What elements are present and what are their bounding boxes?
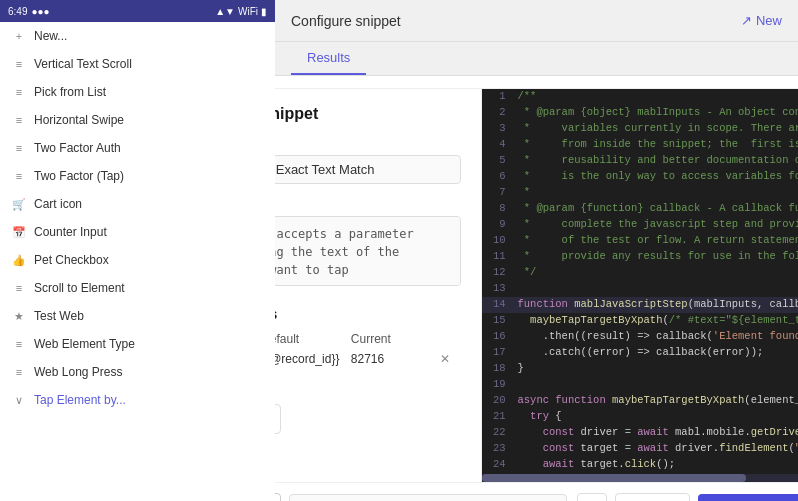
code-line-3: 3 * variables currently in scope. There …	[482, 121, 799, 137]
list-icon: ≡	[12, 141, 26, 155]
sidebar-item-twofactor2[interactable]: ≡ Two Factor (Tap)	[0, 162, 275, 190]
status-left: 6:49 ●●●	[8, 6, 50, 17]
sidebar-item-cart[interactable]: 🛒 Cart icon	[0, 190, 275, 218]
description-label: Description	[275, 198, 461, 212]
cart-icon: 🛒	[12, 197, 26, 211]
code-line-23: 23 const target = await driver.findEleme…	[482, 441, 799, 457]
list-icon: ≡	[12, 281, 26, 295]
battery-icon: ▮	[261, 6, 267, 17]
params-table: Name Default Current element_text {{@rec…	[275, 332, 461, 366]
description-group: Description This snippet accepts a param…	[275, 198, 461, 290]
snippet-modal: mabl Trainer Create new snippet Name Des…	[275, 76, 798, 501]
code-line-2: 2 * @param {object} mablInputs - An obje…	[482, 105, 799, 121]
results-tab-bar: Results	[275, 42, 798, 76]
cancel-button[interactable]: Cancel	[615, 493, 689, 502]
results-section: Results Run	[275, 493, 567, 502]
code-line-11: 11 * provide any results for use in the …	[482, 249, 799, 265]
modal-form: Create new snippet Name Description This…	[275, 89, 482, 482]
list-icon: ≡	[12, 337, 26, 351]
code-line-1: 1 /**	[482, 89, 799, 105]
code-line-14: 14 function mablJavaScriptStep(mablInput…	[482, 297, 799, 313]
run-button[interactable]: Run	[275, 493, 281, 502]
code-editor-panel: 1 /** 2 * @param {object} mablInputs - A…	[482, 89, 799, 482]
results-input[interactable]	[289, 494, 568, 501]
code-line-8: 8 * @param {function} callback - A callb…	[482, 201, 799, 217]
trainer-label: mabl Trainer	[275, 76, 299, 78]
sidebar-item-test[interactable]: ★ Test Web	[0, 302, 275, 330]
code-line-24: 24 await target.click();	[482, 457, 799, 473]
sidebar-item-pet[interactable]: 👍 Pet Checkbox	[0, 246, 275, 274]
sidebar-label: Counter Input	[34, 225, 107, 239]
sidebar-item-counter[interactable]: 📅 Counter Input	[0, 218, 275, 246]
status-bar: 6:49 ●●● ▲▼ WiFi ▮	[0, 0, 275, 22]
code-line-21: 21 try {	[482, 409, 799, 425]
sidebar-label: New...	[34, 29, 67, 43]
signal-icon: ▲▼	[215, 6, 235, 17]
sidebar-item-pick[interactable]: ≡ Pick from List	[0, 78, 275, 106]
chevron-down-icon: ∨	[12, 393, 26, 407]
modal-overlay: mabl Trainer Create new snippet Name Des…	[275, 76, 798, 501]
code-line-22: 22 const driver = await mabl.mobile.getD…	[482, 425, 799, 441]
param-row-0: element_text {{@record_id}} 82716 ✕	[275, 352, 461, 366]
col-actions	[440, 332, 460, 346]
status-right: ▲▼ WiFi ▮	[215, 6, 267, 17]
code-scrollbar[interactable]	[482, 474, 799, 482]
list-icon: ≡	[12, 85, 26, 99]
col-default: Default	[275, 332, 347, 346]
code-line-18: 18 }	[482, 361, 799, 377]
sidebar-label: Cart icon	[34, 197, 82, 211]
sidebar-label: Test Web	[34, 309, 84, 323]
tab-results[interactable]: Results	[291, 42, 366, 75]
footer-actions: ↗ Cancel Save as one-time snippet ▼	[577, 493, 798, 502]
sidebar-item-new[interactable]: + New...	[0, 22, 275, 50]
col-current: Current	[351, 332, 437, 346]
sidebar-item-vertical[interactable]: ≡ Vertical Text Scroll	[0, 50, 275, 78]
time-display: 6:49	[8, 6, 27, 17]
sidebar-item-twofactor[interactable]: ≡ Two Factor Auth	[0, 134, 275, 162]
code-line-20: 20 async function maybeTapTargetByXpath(…	[482, 393, 799, 409]
save-one-time-button[interactable]: Save as one-time snippet	[698, 494, 798, 502]
code-line-17: 17 .catch((error) => callback(error));	[482, 345, 799, 361]
thumb-icon: 👍	[12, 253, 26, 267]
name-label: Name	[275, 137, 461, 151]
right-header: Configure snippet ↗ New	[275, 0, 798, 42]
external-link-icon: ↗	[741, 13, 752, 28]
configure-snippet-title: Configure snippet	[291, 13, 401, 29]
edit-params-title: Edit parameters	[275, 306, 461, 322]
code-line-9: 9 * complete the javascript step and pro…	[482, 217, 799, 233]
sidebar-item-scroll[interactable]: ≡ Scroll to Element	[0, 274, 275, 302]
calendar-icon: 📅	[12, 225, 26, 239]
code-editor[interactable]: 1 /** 2 * @param {object} mablInputs - A…	[482, 89, 799, 474]
external-link-button[interactable]: ↗	[577, 493, 607, 501]
plus-icon: +	[12, 29, 26, 43]
sidebar-item-tap[interactable]: ∨ Tap Element by...	[0, 386, 275, 414]
sidebar-label: Tap Element by...	[34, 393, 126, 407]
add-parameter-button[interactable]: Add parameter	[275, 404, 281, 434]
sidebar-item-web1[interactable]: ≡ Web Element Type	[0, 330, 275, 358]
description-textarea[interactable]: This snippet accepts a parameter value m…	[275, 216, 461, 286]
code-line-19: 19	[482, 377, 799, 393]
sidebar-item-horizontal[interactable]: ≡ Horizontal Swipe	[0, 106, 275, 134]
delete-icon[interactable]: ✕	[440, 352, 460, 366]
sidebar-label: Web Long Press	[34, 365, 123, 379]
modal-body: Create new snippet Name Description This…	[275, 89, 798, 482]
sidebar-label: Horizontal Swipe	[34, 113, 124, 127]
code-line-10: 10 * of the test or flow. A return state…	[482, 233, 799, 249]
modal-footer: Results Run ↗ Cancel	[275, 482, 798, 502]
new-button[interactable]: ↗ New	[741, 13, 782, 28]
code-line-15: 15 maybeTapTargetByXpath(/* #text="${ele…	[482, 313, 799, 329]
param-current: 82716	[351, 352, 437, 366]
sidebar-label: Scroll to Element	[34, 281, 125, 295]
code-line-7: 7 *	[482, 185, 799, 201]
create-snippet-title: Create new snippet	[275, 105, 461, 123]
list-icon: ≡	[12, 113, 26, 127]
scrollbar-thumb	[482, 474, 746, 482]
sidebar-label: Web Element Type	[34, 337, 135, 351]
name-input[interactable]	[275, 155, 461, 184]
modal-container: mabl Trainer Create new snippet Name Des…	[275, 76, 798, 501]
list-icon: ≡	[12, 57, 26, 71]
star-icon: ★	[12, 309, 26, 323]
sidebar-item-web2[interactable]: ≡ Web Long Press	[0, 358, 275, 386]
wifi-icon: WiFi	[238, 6, 258, 17]
code-line-16: 16 .then((result) => callback('Element f…	[482, 329, 799, 345]
